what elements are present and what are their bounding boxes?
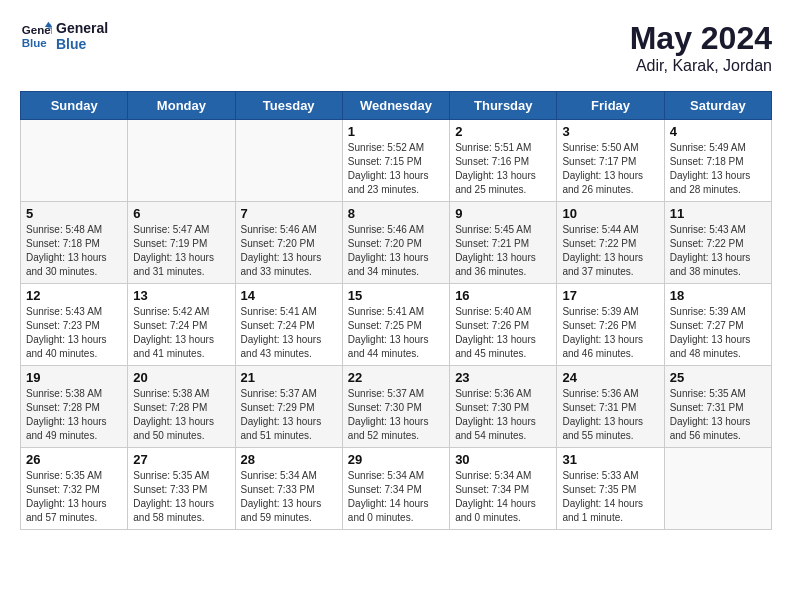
calendar-day-cell: 13Sunrise: 5:42 AMSunset: 7:24 PMDayligh… bbox=[128, 284, 235, 366]
day-number: 3 bbox=[562, 124, 658, 139]
day-number: 21 bbox=[241, 370, 337, 385]
day-info: Sunrise: 5:38 AMSunset: 7:28 PMDaylight:… bbox=[26, 387, 122, 443]
weekday-header: Thursday bbox=[450, 92, 557, 120]
calendar-day-cell: 9Sunrise: 5:45 AMSunset: 7:21 PMDaylight… bbox=[450, 202, 557, 284]
day-number: 22 bbox=[348, 370, 444, 385]
day-number: 2 bbox=[455, 124, 551, 139]
weekday-header: Sunday bbox=[21, 92, 128, 120]
calendar-day-cell: 30Sunrise: 5:34 AMSunset: 7:34 PMDayligh… bbox=[450, 448, 557, 530]
calendar-day-cell: 27Sunrise: 5:35 AMSunset: 7:33 PMDayligh… bbox=[128, 448, 235, 530]
day-info: Sunrise: 5:34 AMSunset: 7:34 PMDaylight:… bbox=[455, 469, 551, 525]
calendar-day-cell: 10Sunrise: 5:44 AMSunset: 7:22 PMDayligh… bbox=[557, 202, 664, 284]
calendar-day-cell bbox=[664, 448, 771, 530]
weekday-header: Tuesday bbox=[235, 92, 342, 120]
day-info: Sunrise: 5:34 AMSunset: 7:34 PMDaylight:… bbox=[348, 469, 444, 525]
calendar-day-cell: 12Sunrise: 5:43 AMSunset: 7:23 PMDayligh… bbox=[21, 284, 128, 366]
logo-icon: General Blue bbox=[20, 20, 52, 52]
calendar-day-cell bbox=[21, 120, 128, 202]
day-number: 7 bbox=[241, 206, 337, 221]
calendar-day-cell: 22Sunrise: 5:37 AMSunset: 7:30 PMDayligh… bbox=[342, 366, 449, 448]
calendar-day-cell: 6Sunrise: 5:47 AMSunset: 7:19 PMDaylight… bbox=[128, 202, 235, 284]
calendar-day-cell: 7Sunrise: 5:46 AMSunset: 7:20 PMDaylight… bbox=[235, 202, 342, 284]
calendar-day-cell: 2Sunrise: 5:51 AMSunset: 7:16 PMDaylight… bbox=[450, 120, 557, 202]
day-number: 26 bbox=[26, 452, 122, 467]
day-number: 25 bbox=[670, 370, 766, 385]
weekday-header: Saturday bbox=[664, 92, 771, 120]
day-number: 19 bbox=[26, 370, 122, 385]
day-number: 24 bbox=[562, 370, 658, 385]
day-number: 23 bbox=[455, 370, 551, 385]
calendar-day-cell: 17Sunrise: 5:39 AMSunset: 7:26 PMDayligh… bbox=[557, 284, 664, 366]
calendar-day-cell bbox=[128, 120, 235, 202]
day-info: Sunrise: 5:43 AMSunset: 7:22 PMDaylight:… bbox=[670, 223, 766, 279]
calendar-day-cell: 31Sunrise: 5:33 AMSunset: 7:35 PMDayligh… bbox=[557, 448, 664, 530]
calendar-day-cell bbox=[235, 120, 342, 202]
day-info: Sunrise: 5:52 AMSunset: 7:15 PMDaylight:… bbox=[348, 141, 444, 197]
svg-text:Blue: Blue bbox=[22, 37, 48, 49]
day-info: Sunrise: 5:35 AMSunset: 7:31 PMDaylight:… bbox=[670, 387, 766, 443]
day-info: Sunrise: 5:50 AMSunset: 7:17 PMDaylight:… bbox=[562, 141, 658, 197]
calendar-day-cell: 4Sunrise: 5:49 AMSunset: 7:18 PMDaylight… bbox=[664, 120, 771, 202]
title-block: May 2024 Adir, Karak, Jordan bbox=[630, 20, 772, 75]
day-number: 31 bbox=[562, 452, 658, 467]
calendar-day-cell: 1Sunrise: 5:52 AMSunset: 7:15 PMDaylight… bbox=[342, 120, 449, 202]
day-info: Sunrise: 5:36 AMSunset: 7:31 PMDaylight:… bbox=[562, 387, 658, 443]
calendar-week-row: 19Sunrise: 5:38 AMSunset: 7:28 PMDayligh… bbox=[21, 366, 772, 448]
day-info: Sunrise: 5:46 AMSunset: 7:20 PMDaylight:… bbox=[241, 223, 337, 279]
day-info: Sunrise: 5:40 AMSunset: 7:26 PMDaylight:… bbox=[455, 305, 551, 361]
calendar-week-row: 5Sunrise: 5:48 AMSunset: 7:18 PMDaylight… bbox=[21, 202, 772, 284]
calendar-week-row: 1Sunrise: 5:52 AMSunset: 7:15 PMDaylight… bbox=[21, 120, 772, 202]
calendar-day-cell: 28Sunrise: 5:34 AMSunset: 7:33 PMDayligh… bbox=[235, 448, 342, 530]
day-info: Sunrise: 5:33 AMSunset: 7:35 PMDaylight:… bbox=[562, 469, 658, 525]
page-header: General Blue General Blue May 2024 Adir,… bbox=[20, 20, 772, 75]
day-info: Sunrise: 5:34 AMSunset: 7:33 PMDaylight:… bbox=[241, 469, 337, 525]
day-number: 8 bbox=[348, 206, 444, 221]
weekday-header: Wednesday bbox=[342, 92, 449, 120]
logo-general: General bbox=[56, 20, 108, 36]
day-info: Sunrise: 5:39 AMSunset: 7:27 PMDaylight:… bbox=[670, 305, 766, 361]
day-number: 17 bbox=[562, 288, 658, 303]
day-info: Sunrise: 5:43 AMSunset: 7:23 PMDaylight:… bbox=[26, 305, 122, 361]
day-number: 20 bbox=[133, 370, 229, 385]
day-number: 14 bbox=[241, 288, 337, 303]
calendar-table: SundayMondayTuesdayWednesdayThursdayFrid… bbox=[20, 91, 772, 530]
day-info: Sunrise: 5:39 AMSunset: 7:26 PMDaylight:… bbox=[562, 305, 658, 361]
calendar-day-cell: 26Sunrise: 5:35 AMSunset: 7:32 PMDayligh… bbox=[21, 448, 128, 530]
calendar-day-cell: 15Sunrise: 5:41 AMSunset: 7:25 PMDayligh… bbox=[342, 284, 449, 366]
day-number: 11 bbox=[670, 206, 766, 221]
calendar-day-cell: 16Sunrise: 5:40 AMSunset: 7:26 PMDayligh… bbox=[450, 284, 557, 366]
day-info: Sunrise: 5:46 AMSunset: 7:20 PMDaylight:… bbox=[348, 223, 444, 279]
calendar-day-cell: 11Sunrise: 5:43 AMSunset: 7:22 PMDayligh… bbox=[664, 202, 771, 284]
logo-blue: Blue bbox=[56, 36, 108, 52]
calendar-day-cell: 18Sunrise: 5:39 AMSunset: 7:27 PMDayligh… bbox=[664, 284, 771, 366]
calendar-week-row: 26Sunrise: 5:35 AMSunset: 7:32 PMDayligh… bbox=[21, 448, 772, 530]
day-info: Sunrise: 5:45 AMSunset: 7:21 PMDaylight:… bbox=[455, 223, 551, 279]
calendar-week-row: 12Sunrise: 5:43 AMSunset: 7:23 PMDayligh… bbox=[21, 284, 772, 366]
day-info: Sunrise: 5:38 AMSunset: 7:28 PMDaylight:… bbox=[133, 387, 229, 443]
day-number: 18 bbox=[670, 288, 766, 303]
calendar-header-row: SundayMondayTuesdayWednesdayThursdayFrid… bbox=[21, 92, 772, 120]
day-info: Sunrise: 5:48 AMSunset: 7:18 PMDaylight:… bbox=[26, 223, 122, 279]
calendar-day-cell: 21Sunrise: 5:37 AMSunset: 7:29 PMDayligh… bbox=[235, 366, 342, 448]
weekday-header: Monday bbox=[128, 92, 235, 120]
day-info: Sunrise: 5:47 AMSunset: 7:19 PMDaylight:… bbox=[133, 223, 229, 279]
calendar-day-cell: 23Sunrise: 5:36 AMSunset: 7:30 PMDayligh… bbox=[450, 366, 557, 448]
day-info: Sunrise: 5:49 AMSunset: 7:18 PMDaylight:… bbox=[670, 141, 766, 197]
day-number: 28 bbox=[241, 452, 337, 467]
day-info: Sunrise: 5:35 AMSunset: 7:32 PMDaylight:… bbox=[26, 469, 122, 525]
calendar-day-cell: 29Sunrise: 5:34 AMSunset: 7:34 PMDayligh… bbox=[342, 448, 449, 530]
day-info: Sunrise: 5:51 AMSunset: 7:16 PMDaylight:… bbox=[455, 141, 551, 197]
day-number: 30 bbox=[455, 452, 551, 467]
day-info: Sunrise: 5:37 AMSunset: 7:29 PMDaylight:… bbox=[241, 387, 337, 443]
day-info: Sunrise: 5:37 AMSunset: 7:30 PMDaylight:… bbox=[348, 387, 444, 443]
day-info: Sunrise: 5:36 AMSunset: 7:30 PMDaylight:… bbox=[455, 387, 551, 443]
calendar-day-cell: 25Sunrise: 5:35 AMSunset: 7:31 PMDayligh… bbox=[664, 366, 771, 448]
day-number: 27 bbox=[133, 452, 229, 467]
day-number: 9 bbox=[455, 206, 551, 221]
day-info: Sunrise: 5:41 AMSunset: 7:24 PMDaylight:… bbox=[241, 305, 337, 361]
calendar-day-cell: 3Sunrise: 5:50 AMSunset: 7:17 PMDaylight… bbox=[557, 120, 664, 202]
logo: General Blue General Blue bbox=[20, 20, 108, 52]
day-number: 4 bbox=[670, 124, 766, 139]
day-number: 1 bbox=[348, 124, 444, 139]
calendar-day-cell: 5Sunrise: 5:48 AMSunset: 7:18 PMDaylight… bbox=[21, 202, 128, 284]
